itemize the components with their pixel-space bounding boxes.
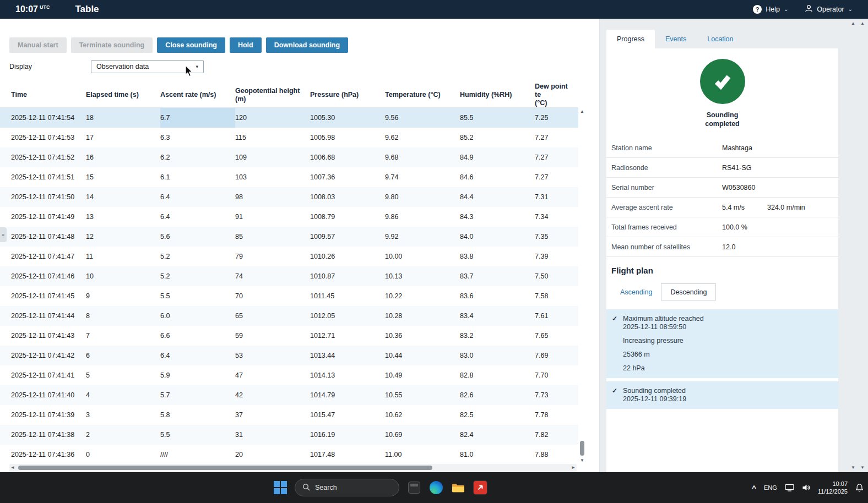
table-row[interactable]: 2025-12-11 07:41:4155.9471014.1310.4982.… — [0, 365, 578, 385]
column-header-geopotential-height[interactable]: Geopotential height (m) — [235, 87, 310, 103]
table-vertical-scrollbar[interactable]: ▲ ▼ — [578, 108, 586, 464]
table-cell[interactable]: 1008.03 — [310, 187, 385, 207]
table-cell[interactable]: 7.35 — [535, 227, 578, 247]
table-cell[interactable]: 1017.48 — [310, 445, 385, 464]
table-cell[interactable]: 1015.47 — [310, 405, 385, 425]
table-cell[interactable]: 17 — [86, 128, 160, 147]
table-cell[interactable]: 42 — [235, 385, 310, 405]
table-cell[interactable]: 98 — [235, 187, 310, 207]
table-cell[interactable]: 6 — [86, 346, 160, 365]
tab-ascending[interactable]: Ascending — [611, 283, 661, 300]
file-explorer-icon[interactable] — [451, 480, 465, 495]
scroll-down-icon[interactable]: ▼ — [578, 458, 586, 463]
table-cell[interactable]: 1006.68 — [310, 147, 385, 167]
table-cell[interactable]: 65 — [235, 306, 310, 326]
table-cell[interactable]: 7.61 — [535, 306, 578, 326]
table-cell[interactable]: 7.27 — [535, 147, 578, 167]
table-cell[interactable]: 2025-12-11 07:41:39 — [11, 405, 86, 425]
column-header-ascent-rate[interactable]: Ascent rate (m/s) — [160, 91, 235, 99]
column-header-elapsed-time[interactable]: Elapsed time (s) — [86, 91, 160, 99]
table-cell[interactable]: 109 — [235, 147, 310, 167]
table-cell[interactable]: 7.82 — [535, 425, 578, 445]
table-cell[interactable]: 2025-12-11 07:41:38 — [11, 425, 86, 445]
table-cell[interactable]: 15 — [86, 167, 160, 187]
table-cell[interactable]: 6.1 — [160, 167, 235, 187]
table-horizontal-scrollbar[interactable]: ◄ ► — [9, 464, 577, 472]
table-cell[interactable]: 14 — [86, 187, 160, 207]
table-cell[interactable]: 10.36 — [385, 326, 460, 346]
table-cell[interactable]: 10.49 — [385, 365, 460, 385]
table-cell[interactable]: //// — [160, 445, 235, 464]
table-cell[interactable]: 1008.79 — [310, 207, 385, 227]
table-cell[interactable]: 2025-12-11 07:41:43 — [11, 326, 86, 346]
table-cell[interactable]: 9.62 — [385, 128, 460, 147]
download-sounding-button[interactable]: Download sounding — [266, 37, 348, 53]
table-row[interactable]: 2025-12-11 07:41:4045.7421014.7910.5582.… — [0, 385, 578, 405]
table-cell[interactable]: 70 — [235, 286, 310, 306]
table-row[interactable]: 2025-12-11 07:41:47115.2791010.2610.0083… — [0, 247, 578, 266]
table-cell[interactable]: 7.25 — [535, 108, 578, 128]
table-cell[interactable]: 10.00 — [385, 247, 460, 266]
table-cell[interactable]: 6.4 — [160, 346, 235, 365]
table-cell[interactable]: 2025-12-11 07:41:42 — [11, 346, 86, 365]
table-row[interactable]: 2025-12-11 07:41:50146.4981008.039.8084.… — [0, 187, 578, 207]
table-cell[interactable]: 7.50 — [535, 266, 578, 286]
table-row[interactable]: 2025-12-11 07:41:4266.4531013.4410.4483.… — [0, 346, 578, 365]
table-cell[interactable]: 85.2 — [460, 128, 535, 147]
scroll-right-icon[interactable]: ► — [571, 465, 576, 470]
scroll-down-icon[interactable]: ▼ — [849, 465, 857, 470]
table-cell[interactable]: 18 — [86, 108, 160, 128]
table-cell[interactable]: 6.6 — [160, 326, 235, 346]
table-cell[interactable]: 10.69 — [385, 425, 460, 445]
table-cell[interactable]: 11.00 — [385, 445, 460, 464]
scrollbar-thumb[interactable] — [580, 441, 584, 456]
table-cell[interactable]: 5.2 — [160, 266, 235, 286]
table-cell[interactable]: 2025-12-11 07:41:54 — [11, 108, 86, 128]
table-cell[interactable]: 8 — [86, 306, 160, 326]
tray-expand-icon[interactable]: ^ — [752, 484, 756, 492]
table-cell[interactable]: 85 — [235, 227, 310, 247]
windows-start-icon[interactable] — [274, 481, 287, 494]
column-header-time[interactable]: Time — [11, 91, 86, 99]
table-row[interactable]: 2025-12-11 07:41:360////201017.4811.0081… — [0, 445, 578, 464]
table-cell[interactable]: 7 — [86, 326, 160, 346]
table-cell[interactable]: 84.3 — [460, 207, 535, 227]
table-cell[interactable]: 1010.26 — [310, 247, 385, 266]
table-cell[interactable]: 10.13 — [385, 266, 460, 286]
column-header-pressure[interactable]: Pressure (hPa) — [310, 91, 385, 99]
language-indicator[interactable]: ENG — [764, 484, 777, 491]
table-cell[interactable]: 2025-12-11 07:41:50 — [11, 187, 86, 207]
table-cell[interactable]: 7.58 — [535, 286, 578, 306]
column-header-dew-point[interactable]: Dew point te (°C) — [535, 83, 578, 107]
table-row[interactable]: 2025-12-11 07:41:4486.0651012.0510.2883.… — [0, 306, 578, 326]
table-cell[interactable]: 1005.98 — [310, 128, 385, 147]
table-cell[interactable]: 16 — [86, 147, 160, 167]
table-row[interactable]: 2025-12-11 07:41:51156.11031007.369.7484… — [0, 167, 578, 187]
table-cell[interactable]: 2025-12-11 07:41:52 — [11, 147, 86, 167]
table-cell[interactable]: 2025-12-11 07:41:46 — [11, 266, 86, 286]
speaker-icon[interactable] — [802, 484, 810, 491]
table-row[interactable]: 2025-12-11 07:41:4595.5701011.4510.2283.… — [0, 286, 578, 306]
table-cell[interactable]: 12 — [86, 227, 160, 247]
table-row[interactable]: 2025-12-11 07:41:4376.6591012.7110.3683.… — [0, 326, 578, 346]
table-cell[interactable]: 2025-12-11 07:41:40 — [11, 385, 86, 405]
table-cell[interactable]: 83.0 — [460, 346, 535, 365]
table-cell[interactable]: 82.4 — [460, 425, 535, 445]
table-cell[interactable]: 115 — [235, 128, 310, 147]
table-cell[interactable]: 9.80 — [385, 187, 460, 207]
table-cell[interactable]: 79 — [235, 247, 310, 266]
tab-location[interactable]: Location — [697, 30, 744, 48]
table-cell[interactable]: 1011.45 — [310, 286, 385, 306]
table-cell[interactable]: 9.68 — [385, 147, 460, 167]
table-cell[interactable]: 10.62 — [385, 405, 460, 425]
table-cell[interactable]: 9.86 — [385, 207, 460, 227]
table-row[interactable]: 2025-12-11 07:41:3825.5311016.1910.6982.… — [0, 425, 578, 445]
table-cell[interactable]: 11 — [86, 247, 160, 266]
table-cell[interactable]: 53 — [235, 346, 310, 365]
table-cell[interactable]: 74 — [235, 266, 310, 286]
table-cell[interactable]: 47 — [235, 365, 310, 385]
table-cell[interactable]: 7.34 — [535, 207, 578, 227]
table-cell[interactable]: 6.0 — [160, 306, 235, 326]
table-cell[interactable]: 1013.44 — [310, 346, 385, 365]
table-cell[interactable]: 83.2 — [460, 326, 535, 346]
